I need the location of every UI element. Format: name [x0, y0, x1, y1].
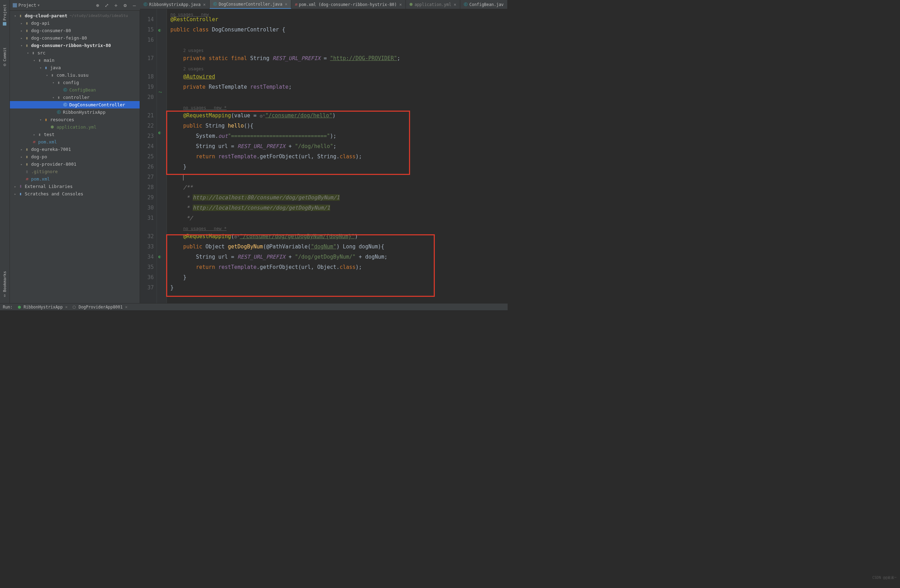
locate-icon[interactable]: ⊕	[95, 3, 100, 8]
folder-icon: ▮	[24, 155, 30, 159]
run-gutter-icon[interactable]: ◐	[158, 25, 161, 36]
folder-icon: ▮	[24, 147, 30, 152]
web-gutter-icon[interactable]: ◐	[158, 252, 161, 262]
web-gutter-icon[interactable]: ◐	[158, 128, 161, 138]
code-content[interactable]: no usages new @RestController public cla…	[167, 9, 507, 303]
tab-ribbonhystrixapp[interactable]: ⓒRibbonHystrixApp.java×	[140, 0, 209, 9]
folder-icon: ▮	[24, 36, 30, 40]
text-caret	[183, 174, 183, 181]
bookmark-icon: ▯	[3, 294, 7, 298]
libraries-icon: ⫴	[18, 184, 23, 189]
folder-icon: ▮	[37, 132, 42, 137]
scratches-icon: ▮	[18, 192, 23, 196]
spring-icon: ⬡	[73, 305, 76, 309]
commit-icon: ◷	[3, 63, 7, 68]
tab-pom[interactable]: mpom.xml (dog-consumer-ribbon-hystrix-80…	[291, 0, 406, 9]
folder-icon	[3, 22, 7, 25]
class-icon: ⓒ	[62, 102, 68, 107]
spring-icon: ⬢	[18, 305, 21, 309]
status-bar: Run: ⬢ RibbonHystrixApp × ⬡ DogProviderA…	[0, 303, 507, 310]
selected-file[interactable]: ⓒDogConsumerController	[10, 101, 140, 108]
file-icon: ▯	[24, 169, 30, 174]
run-label: Run:	[3, 305, 13, 309]
folder-icon: ▮	[24, 28, 30, 33]
package-icon: ▮	[50, 73, 55, 77]
gear-icon[interactable]: ⚙	[122, 3, 128, 8]
folder-icon: ▮	[24, 43, 30, 48]
project-tree[interactable]: ▾▮dog-cloud-parent~/study/ideaStudy/idea…	[10, 11, 140, 303]
module-icon: ▮	[18, 14, 23, 18]
tab-dogconsumercontroller[interactable]: ⓒDogConsumerController.java×	[209, 0, 291, 9]
left-tool-strip: Project ◷Commit ▯Bookmarks	[0, 0, 10, 303]
run-config-2[interactable]: ⬡ DogProviderApp8001 ×	[73, 305, 127, 309]
close-icon[interactable]: ×	[203, 2, 205, 7]
bookmarks-toolwindow-tab[interactable]: ▯Bookmarks	[2, 269, 8, 300]
folder-icon: ▮	[43, 65, 49, 70]
bean-gutter-icon[interactable]: ⤳	[158, 87, 162, 97]
collapse-icon[interactable]: ÷	[113, 3, 119, 8]
project-dropdown[interactable]: Project ▼	[13, 3, 40, 8]
tab-applicationyml[interactable]: ⬢application.yml×	[406, 0, 460, 9]
tab-configbean[interactable]: ⓒConfigBean.jav	[460, 0, 507, 9]
hide-icon[interactable]: —	[132, 3, 137, 8]
maven-icon: m	[31, 139, 37, 144]
package-icon: ▮	[56, 95, 62, 100]
editor-tabs: ⓒRibbonHystrixApp.java× ⓒDogConsumerCont…	[140, 0, 507, 9]
line-number-gutter: 141516 17 181920 2122232425262728293031 …	[140, 9, 157, 303]
expand-icon[interactable]: ⤢	[104, 3, 110, 8]
commit-toolwindow-tab[interactable]: ◷Commit	[2, 45, 8, 70]
icon-gutter: ◐ ⤳ ◐ ◐	[157, 9, 167, 303]
maven-icon: m	[295, 2, 297, 7]
maven-icon: m	[24, 177, 30, 181]
yml-icon: ⬢	[409, 2, 413, 7]
folder-icon	[13, 3, 17, 8]
close-icon[interactable]: ×	[285, 2, 287, 7]
class-icon: ⓒ	[62, 87, 68, 93]
folder-icon: ▮	[30, 51, 36, 55]
package-icon: ▮	[56, 80, 62, 85]
class-icon: ⓒ	[56, 110, 62, 115]
close-icon[interactable]: ×	[399, 2, 402, 7]
project-toolwindow-tab[interactable]: Project	[2, 2, 8, 28]
class-icon: ⓒ	[464, 2, 468, 7]
resources-icon: ▮	[43, 117, 49, 122]
code-editor[interactable]: 141516 17 181920 2122232425262728293031 …	[140, 9, 507, 303]
class-icon: ⓒ	[144, 2, 147, 7]
folder-icon: ▮	[37, 58, 42, 63]
class-icon: ⓒ	[213, 2, 217, 7]
run-config-1[interactable]: ⬢ RibbonHystrixApp ×	[18, 305, 68, 309]
project-toolbar: Project ▼ ⊕ ⤢ ÷ ⚙ —	[10, 0, 140, 11]
close-icon[interactable]: ×	[454, 2, 456, 7]
chevron-down-icon: ▼	[38, 3, 40, 7]
yml-icon: ⬢	[50, 125, 55, 129]
folder-icon: ▮	[24, 21, 30, 25]
folder-icon: ▮	[24, 162, 30, 166]
